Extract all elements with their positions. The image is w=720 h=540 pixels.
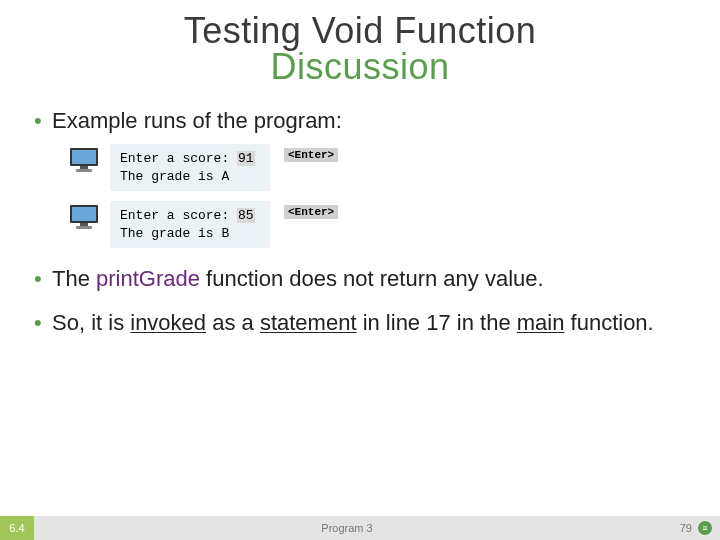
code-output-1: Enter a score: 91 The grade is A [110, 144, 270, 191]
slide-footer: 6.4 Program 3 79 ≡ [0, 516, 720, 540]
progress-icon: ≡ [698, 521, 712, 535]
code-input: 91 [237, 151, 255, 166]
bullet-invoked-statement: So, it is invoked as a statement in line… [34, 310, 686, 336]
example-run-1: Enter a score: 91 The grade is A <Enter> [68, 144, 686, 191]
svg-rect-2 [80, 166, 88, 169]
monitor-icon [68, 203, 102, 235]
example-run-2: Enter a score: 85 The grade is B <Enter> [68, 201, 686, 248]
monitor-icon [68, 146, 102, 178]
slide-content: Example runs of the program: Enter a sco… [0, 88, 720, 336]
footer-program-label: Program 3 [34, 516, 660, 540]
svg-rect-6 [80, 223, 88, 226]
title-line-2: Discussion [0, 46, 720, 88]
footer-page: 79 ≡ [660, 516, 720, 540]
code-prompt: Enter a score: [120, 151, 237, 166]
bullet-no-return: The printGrade function does not return … [34, 266, 686, 292]
footer-section-number: 6.4 [0, 516, 34, 540]
svg-rect-3 [76, 169, 92, 172]
svg-rect-1 [72, 150, 96, 164]
code-input: 85 [237, 208, 255, 223]
bullet-example-runs: Example runs of the program: [34, 108, 686, 134]
page-number: 79 [680, 522, 692, 534]
svg-rect-5 [72, 207, 96, 221]
code-result: The grade is A [120, 169, 229, 184]
slide-title: Testing Void Function Discussion [0, 0, 720, 88]
code-result: The grade is B [120, 226, 229, 241]
enter-key-tag: <Enter> [284, 148, 338, 162]
fn-name: printGrade [96, 266, 200, 291]
svg-rect-7 [76, 226, 92, 229]
code-output-2: Enter a score: 85 The grade is B [110, 201, 270, 248]
code-prompt: Enter a score: [120, 208, 237, 223]
slide: Testing Void Function Discussion Example… [0, 0, 720, 540]
enter-key-tag: <Enter> [284, 205, 338, 219]
